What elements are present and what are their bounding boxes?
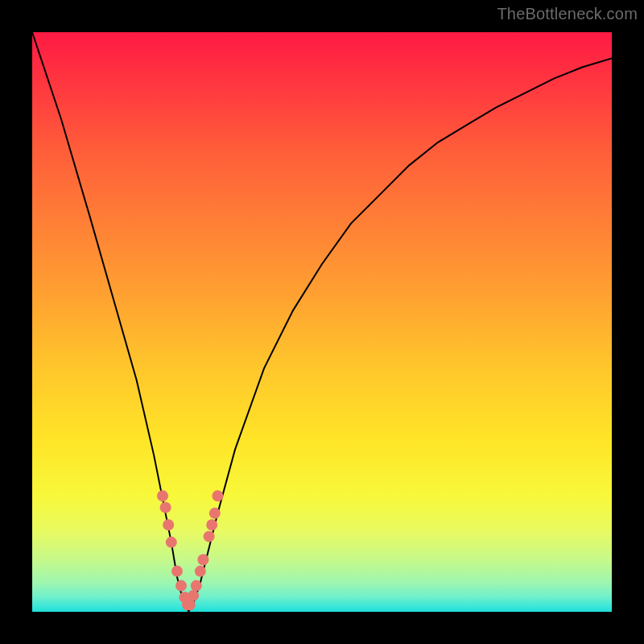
data-marker xyxy=(166,537,177,548)
data-marker xyxy=(160,502,171,513)
data-marker xyxy=(212,490,223,502)
chart-svg xyxy=(32,32,612,612)
data-marker xyxy=(157,490,168,502)
data-marker xyxy=(171,566,183,577)
data-marker xyxy=(175,580,187,592)
data-marker xyxy=(204,530,215,542)
marker-group xyxy=(157,490,223,610)
chart-frame: TheBottleneck.com xyxy=(0,0,644,644)
data-marker xyxy=(206,519,217,530)
data-marker xyxy=(197,554,208,565)
data-marker xyxy=(163,519,174,530)
data-marker xyxy=(191,580,202,592)
data-marker xyxy=(209,508,221,519)
plot-area xyxy=(32,32,612,612)
data-marker xyxy=(195,566,206,577)
bottleneck-curve xyxy=(32,32,612,612)
watermark-text: TheBottleneck.com xyxy=(497,5,638,23)
data-marker xyxy=(188,590,199,601)
